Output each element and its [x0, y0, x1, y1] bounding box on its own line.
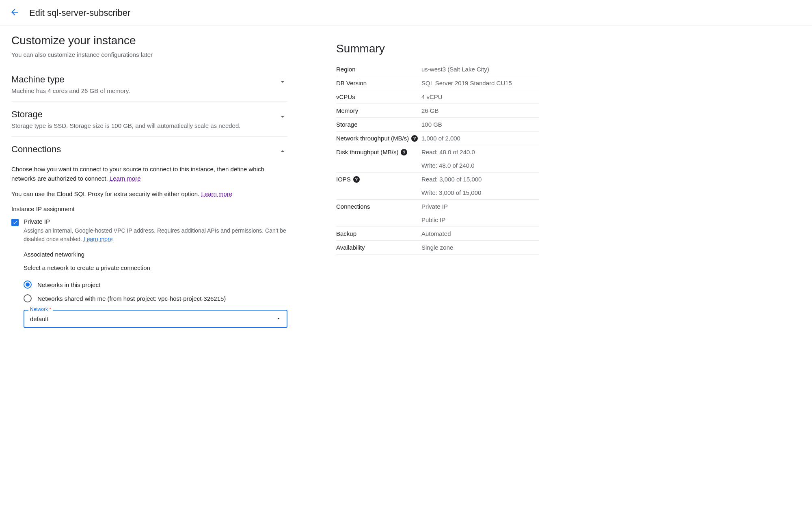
- section-storage: Storage Storage type is SSD. Storage siz…: [11, 102, 287, 137]
- summary-row-disk-read: Disk throughput (MB/s) ? Read: 48.0 of 2…: [336, 145, 539, 159]
- learn-more-proxy-link[interactable]: Learn more: [201, 190, 232, 197]
- summary-val: Automated: [421, 230, 539, 237]
- summary-key: DB Version: [336, 80, 421, 86]
- summary-row-availability: Availability Single zone: [336, 241, 539, 255]
- machine-desc: Machine has 4 cores and 26 GB of memory.: [11, 87, 130, 94]
- help-icon[interactable]: ?: [401, 149, 407, 155]
- summary-key: Connections: [336, 203, 421, 210]
- summary-key: Network throughput (MB/s) ?: [336, 135, 421, 142]
- section-machine-toggle[interactable]: Machine type Machine has 4 cores and 26 …: [11, 74, 287, 94]
- summary-key: Disk throughput (MB/s) ?: [336, 149, 421, 155]
- summary-val: Write: 3,000 of 15,000: [421, 189, 539, 196]
- summary-key: vCPUs: [336, 93, 421, 100]
- summary-val: Write: 48.0 of 240.0: [421, 162, 539, 169]
- summary-val: 26 GB: [421, 107, 539, 114]
- dropdown-arrow-icon: [276, 315, 281, 322]
- network-select[interactable]: default: [24, 310, 287, 328]
- summary-val: Public IP: [421, 216, 539, 223]
- page-header: Edit sql-server-subscriber: [0, 0, 812, 26]
- select-label-text: Network: [30, 306, 48, 312]
- summary-row-conn-2: Public IP: [336, 213, 539, 227]
- radio-icon: [24, 294, 32, 302]
- storage-desc: Storage type is SSD. Storage size is 100…: [11, 122, 240, 129]
- private-ip-learn-more-link[interactable]: Learn more: [84, 236, 113, 242]
- summary-val: Single zone: [421, 244, 539, 251]
- summary-row-conn-1: Connections Private IP: [336, 200, 539, 213]
- summary-row-iops-write: Write: 3,000 of 15,000: [336, 186, 539, 200]
- learn-more-link[interactable]: Learn more: [110, 175, 141, 182]
- section-storage-toggle[interactable]: Storage Storage type is SSD. Storage siz…: [11, 109, 287, 129]
- summary-key: Region: [336, 66, 421, 73]
- summary-val: 100 GB: [421, 121, 539, 128]
- networking-desc: Select a network to create a private con…: [24, 263, 287, 273]
- summary-key-text: Network throughput (MB/s): [336, 135, 409, 142]
- summary-key: IOPS ?: [336, 176, 421, 183]
- summary-val: Read: 3,000 of 15,000: [421, 176, 539, 183]
- radio-networks-shared[interactable]: Networks shared with me (from host proje…: [24, 294, 287, 302]
- summary-val: Read: 48.0 of 240.0: [421, 149, 539, 155]
- summary-row-backup: Backup Automated: [336, 227, 539, 241]
- connections-intro: Choose how you want to connect to your s…: [11, 165, 287, 183]
- summary-row-memory: Memory 26 GB: [336, 104, 539, 118]
- customize-heading: Customize your instance: [11, 34, 287, 47]
- help-icon[interactable]: ?: [353, 176, 360, 183]
- summary-row-storage: Storage 100 GB: [336, 118, 539, 132]
- summary-row-vcpu: vCPUs 4 vCPU: [336, 90, 539, 104]
- help-icon[interactable]: ?: [411, 135, 418, 142]
- private-ip-checkbox[interactable]: [11, 219, 19, 226]
- chevron-down-icon: [278, 77, 287, 88]
- summary-val: 4 vCPU: [421, 93, 539, 100]
- customize-subtext: You can also customize instance configur…: [11, 51, 287, 58]
- summary-val: Private IP: [421, 203, 539, 210]
- summary-val: SQL Server 2019 Standard CU15: [421, 80, 539, 86]
- back-arrow-icon[interactable]: [10, 7, 19, 18]
- chevron-down-icon: [278, 112, 287, 123]
- radio-label: Networks in this project: [37, 281, 100, 288]
- summary-val: us-west3 (Salt Lake City): [421, 66, 539, 73]
- summary-key: Backup: [336, 230, 421, 237]
- network-select-wrapper: Network * default: [24, 310, 287, 328]
- radio-label: Networks shared with me (from host proje…: [37, 295, 226, 302]
- summary-key-text: Disk throughput (MB/s): [336, 149, 398, 155]
- radio-networks-this-project[interactable]: Networks in this project: [24, 280, 287, 289]
- summary-val: 1,000 of 2,000: [421, 135, 539, 142]
- summary-key: Memory: [336, 107, 421, 114]
- chevron-up-icon: [278, 147, 287, 158]
- proxy-text: You can use the Cloud SQL Proxy for extr…: [11, 190, 201, 197]
- summary-key-text: IOPS: [336, 176, 351, 183]
- network-select-label: Network *: [28, 306, 53, 312]
- summary-key: Storage: [336, 121, 421, 128]
- summary-row-db: DB Version SQL Server 2019 Standard CU15: [336, 76, 539, 90]
- private-ip-label: Private IP: [24, 218, 287, 225]
- storage-title: Storage: [11, 109, 240, 120]
- connections-proxy-text: You can use the Cloud SQL Proxy for extr…: [11, 190, 287, 199]
- private-ip-option: Private IP Assigns an internal, Google-h…: [11, 218, 287, 244]
- summary-panel: Summary Region us-west3 (Salt Lake City)…: [336, 34, 539, 335]
- summary-key: [336, 162, 421, 169]
- private-ip-desc-text: Assigns an internal, Google-hosted VPC I…: [24, 227, 286, 242]
- section-connections-toggle[interactable]: Connections: [11, 144, 287, 158]
- network-select-value: default: [30, 315, 48, 322]
- summary-key: [336, 216, 421, 223]
- ip-assignment-heading: Instance IP assignment: [11, 205, 287, 212]
- machine-title: Machine type: [11, 74, 130, 85]
- networking-heading: Associated networking: [24, 251, 287, 258]
- summary-row-iops-read: IOPS ? Read: 3,000 of 15,000: [336, 173, 539, 186]
- summary-title: Summary: [336, 42, 539, 55]
- section-machine-type: Machine type Machine has 4 cores and 26 …: [11, 67, 287, 102]
- summary-key: Availability: [336, 244, 421, 251]
- summary-row-region: Region us-west3 (Salt Lake City): [336, 63, 539, 76]
- radio-icon: [24, 280, 32, 289]
- section-connections: Connections Choose how you want to conne…: [11, 137, 287, 335]
- connections-title: Connections: [11, 144, 61, 155]
- summary-row-net-throughput: Network throughput (MB/s) ? 1,000 of 2,0…: [336, 132, 539, 145]
- summary-row-disk-write: Write: 48.0 of 240.0: [336, 159, 539, 173]
- summary-key: [336, 189, 421, 196]
- private-ip-desc: Assigns an internal, Google-hosted VPC I…: [24, 227, 287, 244]
- page-title: Edit sql-server-subscriber: [29, 8, 130, 18]
